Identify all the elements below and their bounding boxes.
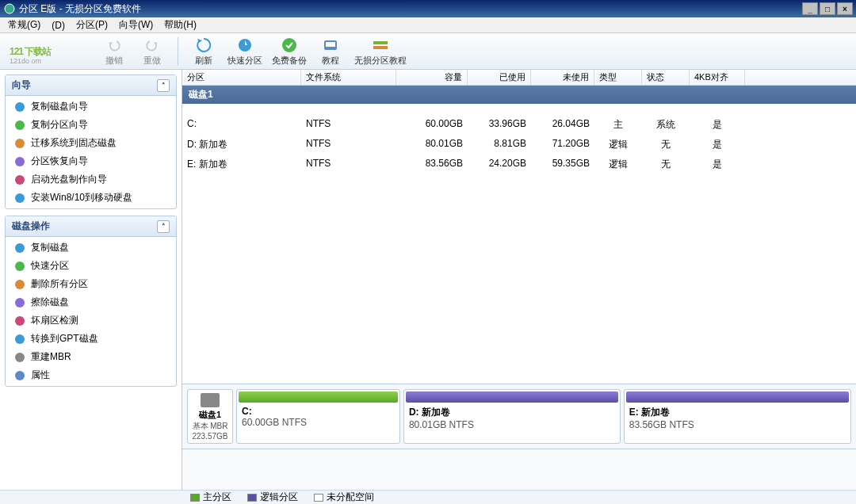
table-row[interactable]: E: 新加卷NTFS83.56GB24.20GB59.35GB逻辑无是 [182,155,856,174]
table-cell: 33.96GB [468,116,531,133]
menu-item[interactable]: 常规(G) [3,17,45,33]
toolbar-label: 免费备份 [272,55,307,67]
sidebar-item[interactable]: 重建MBR [6,348,176,366]
disk-group-row[interactable]: 磁盘1 [182,86,856,104]
legend-swatch [247,494,257,502]
sidebar-item[interactable]: 复制分区向导 [6,116,176,134]
column-header[interactable]: 未使用 [531,70,594,85]
column-header[interactable]: 状态 [642,70,690,85]
toolbar-label: 快速分区 [227,55,262,67]
collapse-button[interactable]: ˄ [157,220,170,233]
svg-point-16 [15,298,25,307]
table-row[interactable]: C:NTFS60.00GB33.96GB26.04GB主系统是 [182,115,856,135]
empty-strip [182,449,856,490]
table-cell: C: [182,116,301,133]
svg-point-9 [15,139,25,148]
backup-icon [281,36,298,54]
svg-point-17 [15,316,25,326]
sidebar-item[interactable]: 快速分区 [6,257,176,275]
item-icon [13,351,26,364]
table-cell: NTFS [301,156,396,173]
legend-item: 未分配空间 [314,491,374,504]
table-cell: 是 [690,136,745,153]
partition-size: 83.56GB NTFS [629,419,694,430]
item-label: 启动光盘制作向导 [31,173,107,186]
partition-box[interactable]: D: 新加卷 80.01GB NTFS [403,389,621,444]
ops-panel-title: 磁盘操作 [12,220,50,233]
refresh-icon [195,36,212,54]
backup-button[interactable]: 免费备份 [269,35,310,68]
partition-box[interactable]: C: 60.00GB NTFS [236,389,400,444]
sidebar-item[interactable]: 迁移系统到固态磁盘 [6,134,176,152]
sidebar-item[interactable]: 复制磁盘 [6,239,176,257]
partition-name: C: [242,406,252,417]
partition-box[interactable]: E: 新加卷 83.56GB NTFS [624,389,851,444]
sidebar-item[interactable]: 删除所有分区 [6,275,176,293]
sidebar-item[interactable]: 属性 [6,366,176,384]
app-icon [3,2,16,15]
minimize-button[interactable]: _ [802,2,818,15]
table-header: 分区文件系统容量已使用未使用类型状态4KB对齐 [182,70,856,86]
refresh-button[interactable]: 刷新 [186,35,221,68]
ops-panel: 磁盘操作 ˄ 复制磁盘快速分区删除所有分区擦除磁盘坏扇区检测转换到GPT磁盘重建… [5,216,177,387]
menu-item[interactable]: 向导(W) [114,17,158,33]
item-label: 属性 [31,368,50,382]
window-title: 分区 E版 - 无损分区免费软件 [19,2,802,16]
item-label: 安装Win8/10到移动硬盘 [31,191,132,204]
disk-info[interactable]: 磁盘1 基本 MBR 223.57GB [187,389,233,444]
undo-button[interactable]: 撤销 [97,35,132,68]
column-header[interactable]: 已使用 [468,70,531,85]
column-header[interactable]: 容量 [396,70,468,85]
sidebar-item[interactable]: 转换到GPT磁盘 [6,330,176,348]
item-label: 迁移系统到固态磁盘 [31,136,117,150]
sidebar-item[interactable]: 启动光盘制作向导 [6,170,176,189]
sidebar: 向导 ˄ 复制磁盘向导复制分区向导迁移系统到固态磁盘分区恢复向导启动光盘制作向导… [0,70,182,490]
menu-item[interactable]: (D) [47,18,70,32]
maximize-button[interactable]: □ [820,2,835,15]
svg-point-8 [15,120,25,130]
table-cell: 8.81GB [468,136,531,153]
table-cell: E: 新加卷 [182,156,301,173]
svg-rect-4 [326,42,335,47]
svg-rect-5 [373,41,388,44]
table-cell: 逻辑 [594,156,642,173]
item-icon [13,119,26,132]
column-header[interactable]: 4KB对齐 [690,70,745,85]
table-row[interactable]: D: 新加卷NTFS80.01GB8.81GB71.20GB逻辑无是 [182,135,856,155]
tutorial-button[interactable]: 教程 [313,35,348,68]
table-cell: 无 [642,136,690,153]
table-cell: 83.56GB [396,156,468,173]
table-cell: 26.04GB [531,116,594,133]
close-button[interactable]: × [837,2,853,15]
table-cell: 24.20GB [468,156,531,173]
sidebar-item[interactable]: 分区恢复向导 [6,152,176,170]
menu-item[interactable]: 帮助(H) [159,17,201,33]
svg-point-18 [15,334,25,344]
sidebar-item[interactable]: 安装Win8/10到移动硬盘 [6,189,176,207]
partition-name: E: 新加卷 [629,407,670,418]
column-header[interactable]: 文件系统 [301,70,396,85]
sidebar-item[interactable]: 复制磁盘向导 [6,97,176,116]
table-body: 磁盘1C:NTFS60.00GB33.96GB26.04GB主系统是D: 新加卷… [182,86,856,384]
item-icon [13,296,26,309]
menu-item[interactable]: 分区(P) [71,17,113,33]
partition-bar [239,391,398,403]
collapse-button[interactable]: ˄ [157,79,170,92]
sidebar-item[interactable]: 坏扇区检测 [6,311,176,330]
fast-partition-button[interactable]: 快速分区 [224,35,266,68]
lossless-tutorial-button[interactable]: 无损分区教程 [351,35,410,68]
legend-item: 主分区 [6,491,231,504]
lossless-tutorial-icon [372,36,389,54]
legend-label: 未分配空间 [327,491,374,504]
item-label: 复制磁盘向导 [31,100,88,113]
table-cell: 是 [690,156,745,173]
tutorial-icon [322,36,339,54]
redo-button[interactable]: 重做 [135,35,170,68]
table-cell: 是 [690,116,745,133]
sidebar-item[interactable]: 擦除磁盘 [6,293,176,311]
titlebar: 分区 E版 - 无损分区免费软件 _ □ × [0,0,856,17]
column-header[interactable]: 类型 [594,70,642,85]
table-cell: 59.35GB [531,156,594,173]
item-label: 重建MBR [31,350,71,364]
column-header[interactable]: 分区 [182,70,301,85]
